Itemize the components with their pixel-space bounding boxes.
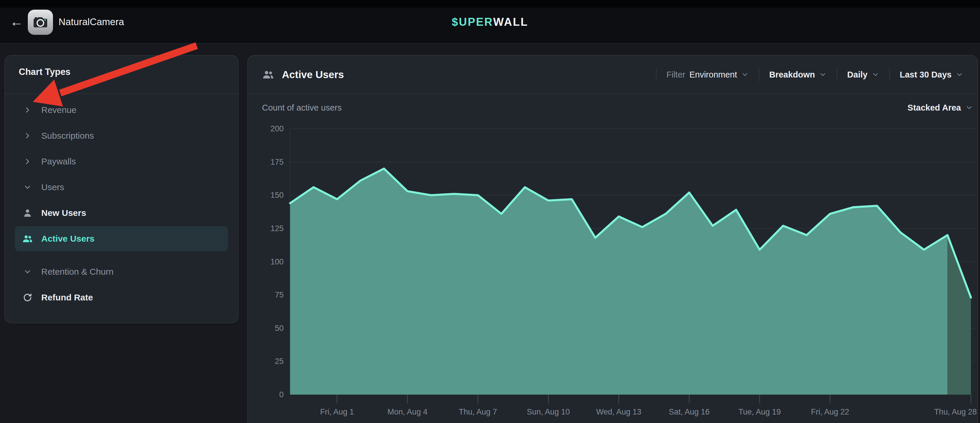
- sidebar-group-label: Revenue: [41, 105, 76, 115]
- sidebar-item-label: Refund Rate: [41, 293, 93, 303]
- chevron-right-icon: [21, 104, 33, 116]
- date-range-value: Last 30 Days: [900, 70, 951, 79]
- svg-text:175: 175: [270, 158, 284, 166]
- svg-text:75: 75: [275, 290, 284, 299]
- active-users-panel: Active Users Filter Environment Breakdow…: [247, 55, 978, 423]
- panel-divider: [248, 93, 977, 94]
- sidebar-group-subscriptions[interactable]: Subscriptions: [15, 123, 228, 149]
- sidebar-group-label: Subscriptions: [41, 131, 94, 141]
- refresh-icon: [21, 292, 33, 304]
- panel-title: Active Users: [282, 69, 344, 81]
- logo-accent: $UPER: [452, 16, 493, 29]
- svg-text:Sat, Aug 16: Sat, Aug 16: [669, 407, 710, 416]
- sidebar-group-users[interactable]: Users: [15, 174, 228, 200]
- sidebar-item-label: Active Users: [41, 234, 95, 244]
- breakdown-dropdown[interactable]: Breakdown: [759, 70, 837, 79]
- environment-filter-dropdown[interactable]: Filter Environment: [657, 70, 759, 79]
- superwall-logo: $UPERWALL: [0, 0, 980, 44]
- breakdown-value: Breakdown: [769, 70, 815, 79]
- date-range-dropdown[interactable]: Last 30 Days: [890, 70, 973, 79]
- chevron-down-icon: [21, 266, 33, 278]
- chart-type-value: Stacked Area: [907, 103, 961, 112]
- environment-value: Environment: [689, 70, 737, 79]
- svg-text:Fri, Aug 22: Fri, Aug 22: [811, 407, 849, 416]
- svg-text:50: 50: [275, 324, 284, 333]
- sidebar-item-refund-rate[interactable]: Refund Rate: [15, 285, 228, 311]
- filter-bar: Filter Environment Breakdown Daily Last …: [656, 63, 973, 86]
- chevron-down-icon: [872, 71, 879, 78]
- active-users-area-chart[interactable]: 0255075100125150175200Fri, Aug 1Mon, Aug…: [248, 120, 978, 423]
- svg-text:Wed, Aug 13: Wed, Aug 13: [596, 407, 641, 416]
- sidebar-group-label: Paywalls: [41, 157, 76, 166]
- svg-text:Mon, Aug 4: Mon, Aug 4: [388, 407, 428, 416]
- sidebar-group-label: Retention & Churn: [41, 267, 114, 277]
- sidebar-group-paywalls[interactable]: Paywalls: [15, 149, 228, 174]
- top-bar: ← NaturalCamera $UPERWALL: [0, 0, 980, 44]
- sidebar-group-label: Users: [41, 182, 64, 192]
- svg-text:125: 125: [270, 224, 284, 233]
- users-icon: [262, 68, 274, 81]
- sidebar-group-revenue[interactable]: Revenue: [15, 97, 228, 123]
- user-icon: [21, 207, 33, 219]
- svg-text:25: 25: [275, 357, 284, 366]
- logo-rest: WALL: [493, 16, 528, 29]
- sidebar-item-new-users[interactable]: New Users: [15, 200, 228, 226]
- svg-text:Thu, Aug 28: Thu, Aug 28: [934, 407, 977, 416]
- chevron-down-icon: [965, 103, 973, 112]
- panel-header: Active Users: [262, 63, 344, 86]
- chart-type-dropdown[interactable]: Stacked Area: [907, 103, 973, 112]
- chevron-down-icon: [741, 71, 749, 78]
- granularity-value: Daily: [847, 70, 867, 79]
- svg-text:Tue, Aug 19: Tue, Aug 19: [738, 407, 781, 416]
- sidebar-item-active-users[interactable]: Active Users: [15, 226, 228, 251]
- sidebar-title: Chart Types: [19, 67, 70, 77]
- chart-subheader: Count of active users Stacked Area: [262, 97, 973, 119]
- svg-text:Sun, Aug 10: Sun, Aug 10: [527, 407, 570, 416]
- sidebar-divider: [5, 93, 239, 94]
- chevron-down-icon: [956, 71, 963, 78]
- sidebar-item-label: New Users: [41, 208, 86, 218]
- svg-text:0: 0: [279, 390, 284, 399]
- chevron-down-icon: [21, 181, 33, 193]
- granularity-dropdown[interactable]: Daily: [837, 70, 889, 79]
- svg-text:150: 150: [270, 191, 284, 200]
- app-screen: ← NaturalCamera $UPERWALL Chart Types Re…: [0, 0, 980, 423]
- chevron-down-icon: [819, 71, 827, 78]
- chart-subtitle: Count of active users: [262, 103, 342, 112]
- svg-text:100: 100: [270, 257, 284, 266]
- chevron-right-icon: [21, 130, 33, 142]
- users-icon: [21, 233, 33, 245]
- filter-label: Filter: [667, 70, 685, 79]
- sidebar-group-retention-churn[interactable]: Retention & Churn: [15, 259, 228, 285]
- svg-text:200: 200: [270, 124, 284, 133]
- chevron-right-icon: [21, 155, 33, 168]
- svg-text:Fri, Aug 1: Fri, Aug 1: [320, 407, 354, 416]
- svg-text:Thu, Aug 7: Thu, Aug 7: [459, 407, 497, 416]
